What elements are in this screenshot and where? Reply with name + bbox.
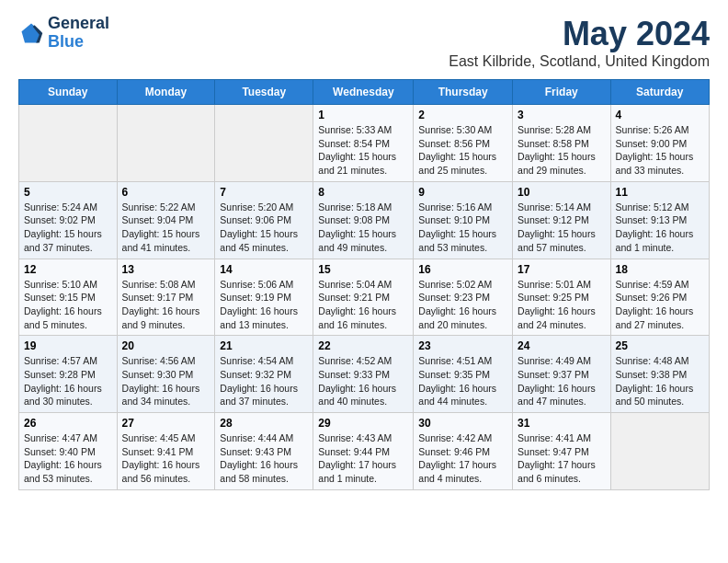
calendar-cell: 15Sunrise: 5:04 AM Sunset: 9:21 PM Dayli… — [313, 259, 414, 336]
day-info: Sunrise: 4:48 AM Sunset: 9:38 PM Dayligh… — [616, 354, 704, 408]
calendar-week-1: 1Sunrise: 5:33 AM Sunset: 8:54 PM Daylig… — [19, 105, 710, 182]
day-number: 1 — [318, 109, 408, 121]
day-info: Sunrise: 5:20 AM Sunset: 9:06 PM Dayligh… — [220, 201, 308, 255]
calendar-cell — [117, 105, 215, 182]
day-number: 7 — [220, 186, 308, 199]
day-number: 8 — [318, 186, 408, 199]
calendar-cell — [19, 105, 118, 182]
day-number: 16 — [418, 263, 507, 276]
calendar-cell: 13Sunrise: 5:08 AM Sunset: 9:17 PM Dayli… — [117, 259, 215, 336]
calendar-cell: 26Sunrise: 4:47 AM Sunset: 9:40 PM Dayli… — [19, 413, 118, 490]
day-number: 28 — [220, 417, 308, 430]
day-info: Sunrise: 5:16 AM Sunset: 9:10 PM Dayligh… — [418, 201, 507, 255]
calendar-cell: 14Sunrise: 5:06 AM Sunset: 9:19 PM Dayli… — [215, 259, 313, 336]
day-info: Sunrise: 4:41 AM Sunset: 9:47 PM Dayligh… — [518, 431, 606, 486]
day-number: 24 — [518, 339, 606, 352]
calendar-cell: 25Sunrise: 4:48 AM Sunset: 9:38 PM Dayli… — [610, 336, 709, 413]
day-number: 23 — [418, 339, 507, 352]
day-info: Sunrise: 5:24 AM Sunset: 9:02 PM Dayligh… — [24, 201, 112, 255]
calendar-cell: 31Sunrise: 4:41 AM Sunset: 9:47 PM Dayli… — [513, 413, 611, 490]
calendar-cell: 29Sunrise: 4:43 AM Sunset: 9:44 PM Dayli… — [313, 413, 414, 490]
logo-icon — [18, 20, 44, 46]
day-number: 30 — [418, 417, 507, 430]
calendar-cell: 27Sunrise: 4:45 AM Sunset: 9:41 PM Dayli… — [117, 413, 215, 490]
day-info: Sunrise: 5:28 AM Sunset: 8:58 PM Dayligh… — [518, 123, 606, 178]
day-number: 14 — [220, 263, 308, 276]
calendar-cell: 21Sunrise: 4:54 AM Sunset: 9:32 PM Dayli… — [215, 336, 313, 413]
day-info: Sunrise: 4:45 AM Sunset: 9:41 PM Dayligh… — [122, 431, 210, 486]
day-info: Sunrise: 5:10 AM Sunset: 9:15 PM Dayligh… — [24, 278, 112, 332]
logo-line1: General — [48, 15, 109, 33]
day-number: 26 — [24, 417, 112, 430]
day-number: 12 — [24, 263, 112, 276]
calendar-week-5: 26Sunrise: 4:47 AM Sunset: 9:40 PM Dayli… — [19, 413, 710, 490]
calendar-week-4: 19Sunrise: 4:57 AM Sunset: 9:28 PM Dayli… — [19, 336, 710, 413]
logo-line2: Blue — [48, 33, 109, 52]
day-info: Sunrise: 5:18 AM Sunset: 9:08 PM Dayligh… — [318, 201, 408, 255]
day-info: Sunrise: 5:30 AM Sunset: 8:56 PM Dayligh… — [418, 123, 507, 178]
logo-text: General Blue — [48, 15, 109, 52]
calendar-cell: 5Sunrise: 5:24 AM Sunset: 9:02 PM Daylig… — [19, 181, 118, 259]
header-sunday: Sunday — [19, 80, 118, 105]
calendar-cell: 19Sunrise: 4:57 AM Sunset: 9:28 PM Dayli… — [19, 336, 118, 413]
day-number: 31 — [518, 417, 606, 430]
day-number: 27 — [122, 417, 210, 430]
calendar-table: Sunday Monday Tuesday Wednesday Thursday… — [18, 79, 710, 490]
day-info: Sunrise: 4:56 AM Sunset: 9:30 PM Dayligh… — [122, 354, 210, 408]
day-number: 29 — [318, 417, 408, 430]
calendar-cell: 11Sunrise: 5:12 AM Sunset: 9:13 PM Dayli… — [610, 181, 709, 259]
calendar-cell: 17Sunrise: 5:01 AM Sunset: 9:25 PM Dayli… — [513, 259, 611, 336]
day-number: 22 — [318, 339, 408, 352]
calendar-cell: 3Sunrise: 5:28 AM Sunset: 8:58 PM Daylig… — [513, 105, 611, 182]
day-number: 15 — [318, 263, 408, 276]
location-title: East Kilbride, Scotland, United Kingdom — [449, 53, 710, 70]
day-number: 2 — [418, 109, 507, 121]
day-info: Sunrise: 5:26 AM Sunset: 9:00 PM Dayligh… — [616, 123, 704, 178]
day-number: 6 — [122, 186, 210, 199]
calendar-cell: 9Sunrise: 5:16 AM Sunset: 9:10 PM Daylig… — [414, 181, 513, 259]
calendar-cell: 28Sunrise: 4:44 AM Sunset: 9:43 PM Dayli… — [215, 413, 313, 490]
calendar-cell — [215, 105, 313, 182]
day-number: 4 — [616, 109, 704, 121]
calendar-cell: 30Sunrise: 4:42 AM Sunset: 9:46 PM Dayli… — [414, 413, 513, 490]
calendar-cell: 2Sunrise: 5:30 AM Sunset: 8:56 PM Daylig… — [414, 105, 513, 182]
calendar-week-2: 5Sunrise: 5:24 AM Sunset: 9:02 PM Daylig… — [19, 181, 710, 259]
day-info: Sunrise: 4:44 AM Sunset: 9:43 PM Dayligh… — [220, 431, 308, 486]
header-friday: Friday — [513, 80, 611, 105]
day-info: Sunrise: 4:54 AM Sunset: 9:32 PM Dayligh… — [220, 354, 308, 408]
day-info: Sunrise: 4:51 AM Sunset: 9:35 PM Dayligh… — [418, 354, 507, 408]
calendar-cell: 8Sunrise: 5:18 AM Sunset: 9:08 PM Daylig… — [313, 181, 414, 259]
day-info: Sunrise: 4:52 AM Sunset: 9:33 PM Dayligh… — [318, 354, 408, 408]
day-number: 21 — [220, 339, 308, 352]
day-info: Sunrise: 4:42 AM Sunset: 9:46 PM Dayligh… — [418, 431, 507, 486]
day-info: Sunrise: 5:22 AM Sunset: 9:04 PM Dayligh… — [122, 201, 210, 255]
calendar-week-3: 12Sunrise: 5:10 AM Sunset: 9:15 PM Dayli… — [19, 259, 710, 336]
day-number: 20 — [122, 339, 210, 352]
header-row: Sunday Monday Tuesday Wednesday Thursday… — [19, 80, 710, 105]
day-info: Sunrise: 4:57 AM Sunset: 9:28 PM Dayligh… — [24, 354, 112, 408]
calendar-cell: 1Sunrise: 5:33 AM Sunset: 8:54 PM Daylig… — [313, 105, 414, 182]
header-wednesday: Wednesday — [313, 80, 414, 105]
logo: General Blue — [18, 15, 109, 52]
calendar-cell: 16Sunrise: 5:02 AM Sunset: 9:23 PM Dayli… — [414, 259, 513, 336]
day-number: 17 — [518, 263, 606, 276]
header-saturday: Saturday — [610, 80, 709, 105]
day-number: 3 — [518, 109, 606, 121]
day-info: Sunrise: 5:04 AM Sunset: 9:21 PM Dayligh… — [318, 278, 408, 332]
calendar-body: 1Sunrise: 5:33 AM Sunset: 8:54 PM Daylig… — [19, 105, 710, 490]
day-info: Sunrise: 5:14 AM Sunset: 9:12 PM Dayligh… — [518, 201, 606, 255]
day-number: 9 — [418, 186, 507, 199]
calendar-cell: 6Sunrise: 5:22 AM Sunset: 9:04 PM Daylig… — [117, 181, 215, 259]
day-info: Sunrise: 5:02 AM Sunset: 9:23 PM Dayligh… — [418, 278, 507, 332]
calendar-cell: 23Sunrise: 4:51 AM Sunset: 9:35 PM Dayli… — [414, 336, 513, 413]
day-number: 25 — [616, 339, 704, 352]
day-info: Sunrise: 5:06 AM Sunset: 9:19 PM Dayligh… — [220, 278, 308, 332]
header-monday: Monday — [117, 80, 215, 105]
day-info: Sunrise: 4:47 AM Sunset: 9:40 PM Dayligh… — [24, 431, 112, 486]
calendar-cell: 12Sunrise: 5:10 AM Sunset: 9:15 PM Dayli… — [19, 259, 118, 336]
day-info: Sunrise: 4:43 AM Sunset: 9:44 PM Dayligh… — [318, 431, 408, 486]
day-info: Sunrise: 5:33 AM Sunset: 8:54 PM Dayligh… — [318, 123, 408, 178]
day-info: Sunrise: 5:12 AM Sunset: 9:13 PM Dayligh… — [616, 201, 704, 255]
day-info: Sunrise: 5:01 AM Sunset: 9:25 PM Dayligh… — [518, 278, 606, 332]
calendar-header: Sunday Monday Tuesday Wednesday Thursday… — [19, 80, 710, 105]
